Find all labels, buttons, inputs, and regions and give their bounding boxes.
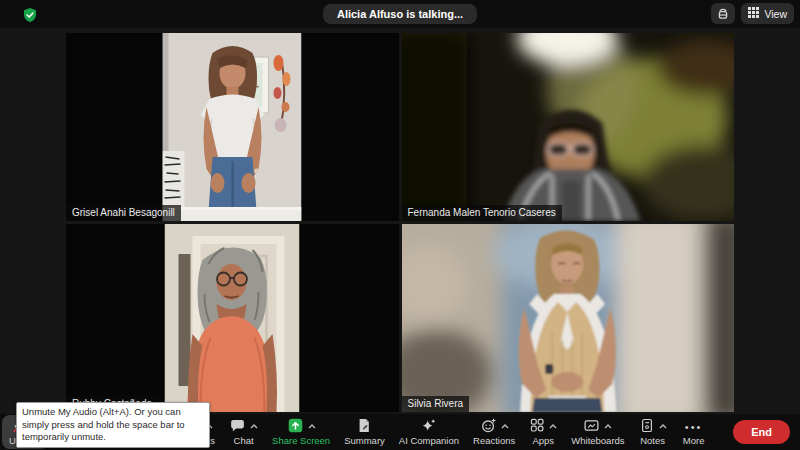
video-feed — [402, 33, 735, 221]
video-feed — [402, 224, 735, 412]
grid-view-icon — [748, 7, 759, 20]
whiteboard-icon — [583, 417, 600, 437]
apps-options-chevron[interactable] — [549, 424, 557, 429]
video-tile-silvia[interactable]: Silvia Rivera — [402, 224, 735, 412]
notes-options-chevron[interactable] — [659, 424, 667, 429]
chat-options-chevron[interactable] — [250, 424, 258, 429]
participant-name-label: Grisel Anahi Besagonill — [66, 205, 181, 221]
chat-bubble-icon — [229, 417, 246, 437]
summary-label: Summary — [344, 436, 385, 446]
ai-companion-label: AI Companion — [399, 436, 459, 446]
notes-label: Notes — [640, 436, 665, 446]
share-screen-label: Share Screen — [272, 436, 330, 446]
reactions-button[interactable]: Reactions — [466, 415, 522, 449]
top-bar: Alicia Alfuso is talking... — [0, 0, 800, 28]
apps-button[interactable]: Apps — [522, 415, 564, 449]
reactions-options-chevron[interactable] — [501, 424, 509, 429]
reactions-label: Reactions — [473, 436, 515, 446]
more-ellipsis-icon: ••• — [685, 420, 703, 434]
active-speaker-notification: Alicia Alfuso is talking... — [323, 4, 477, 24]
more-label: More — [683, 436, 705, 446]
video-stage: Grisel Anahi Besagonill — [0, 28, 800, 414]
bell-icon[interactable] — [711, 3, 735, 24]
gallery-grid: Grisel Anahi Besagonill — [66, 33, 734, 412]
apps-grid-icon — [529, 417, 545, 436]
zoom-meeting-window: Alicia Alfuso is talking... — [0, 0, 800, 450]
chat-label: Chat — [234, 436, 254, 446]
notes-icon — [639, 417, 655, 437]
whiteboards-options-chevron[interactable] — [604, 424, 612, 429]
whiteboards-button[interactable]: Whiteboards — [564, 415, 631, 449]
participant-name-label: Fernanda Malen Tenorio Caseres — [402, 205, 562, 221]
summary-document-icon — [356, 417, 372, 437]
share-screen-icon — [287, 417, 304, 437]
share-screen-button[interactable]: Share Screen — [265, 415, 337, 449]
video-tile-fernanda[interactable]: Fernanda Malen Tenorio Caseres — [402, 33, 735, 221]
video-feed — [163, 33, 302, 221]
video-feed — [165, 224, 300, 412]
unmute-tooltip: Unmute My Audio (Alt+A). Or you can simp… — [16, 402, 210, 448]
notes-button[interactable]: Notes — [632, 415, 674, 449]
view-button[interactable]: View — [741, 3, 794, 24]
share-options-chevron[interactable] — [308, 424, 316, 429]
summary-button[interactable]: Summary — [337, 415, 392, 449]
chat-button[interactable]: Chat — [222, 415, 265, 449]
participant-name-label: Silvia Rivera — [402, 396, 470, 412]
end-meeting-button[interactable]: End — [733, 420, 790, 444]
whiteboards-label: Whiteboards — [571, 436, 624, 446]
encryption-shield-icon[interactable] — [22, 7, 38, 23]
apps-label: Apps — [532, 436, 554, 446]
reactions-smiley-icon — [480, 417, 497, 437]
video-tile-rubby[interactable]: Rubby Castañeda — [66, 224, 399, 412]
video-tile-grisel[interactable]: Grisel Anahi Besagonill — [66, 33, 399, 221]
unmute-tooltip-text: Unmute My Audio (Alt+A). Or you can simp… — [22, 406, 185, 442]
ai-companion-sparkle-icon — [420, 417, 437, 437]
ai-companion-button[interactable]: AI Companion — [392, 415, 466, 449]
top-bar-right-controls: View — [711, 3, 794, 24]
view-button-label: View — [764, 8, 787, 20]
more-button[interactable]: ••• More — [674, 415, 714, 449]
